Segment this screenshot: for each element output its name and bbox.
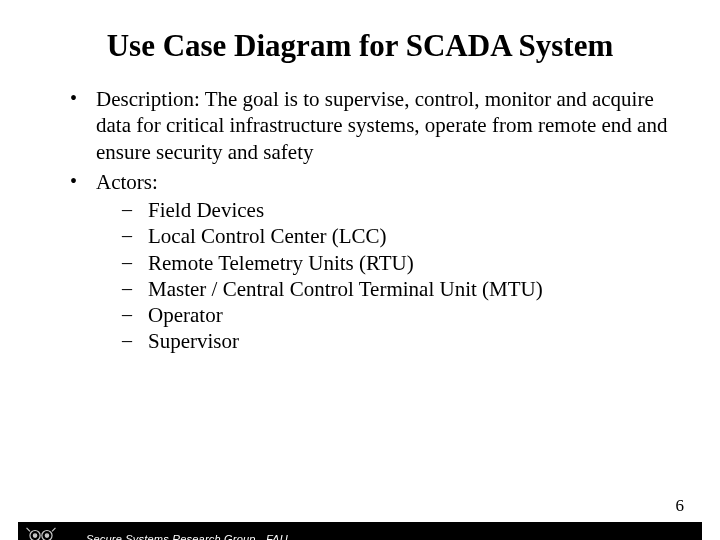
svg-point-3 <box>45 534 48 537</box>
page-number: 6 <box>676 496 685 516</box>
sub-bullet-item: Remote Telemetry Units (RTU) <box>122 250 668 276</box>
sub-bullet-list: Field Devices Local Control Center (LCC)… <box>96 197 668 355</box>
bullet-list: Description: The goal is to supervise, c… <box>70 86 668 355</box>
bullet-label: Description: <box>96 87 200 111</box>
sub-bullet-item: Master / Central Control Terminal Unit (… <box>122 276 668 302</box>
owl-logo-icon <box>18 522 64 540</box>
bullet-label: Actors: <box>96 170 158 194</box>
sub-bullet-item: Field Devices <box>122 197 668 223</box>
slide: Use Case Diagram for SCADA System Descri… <box>0 28 720 540</box>
slide-title: Use Case Diagram for SCADA System <box>0 28 720 64</box>
sub-bullet-item: Operator <box>122 302 668 328</box>
slide-body: Description: The goal is to supervise, c… <box>0 86 720 355</box>
sub-bullet-item: Local Control Center (LCC) <box>122 223 668 249</box>
footer-bar: Secure Systems Research Group - FAU <box>18 522 702 540</box>
bullet-item: Description: The goal is to supervise, c… <box>70 86 668 165</box>
svg-point-2 <box>33 534 36 537</box>
sub-bullet-item: Supervisor <box>122 328 668 354</box>
bullet-item: Actors: Field Devices Local Control Cent… <box>70 169 668 355</box>
footer-text: Secure Systems Research Group - FAU <box>86 533 288 540</box>
